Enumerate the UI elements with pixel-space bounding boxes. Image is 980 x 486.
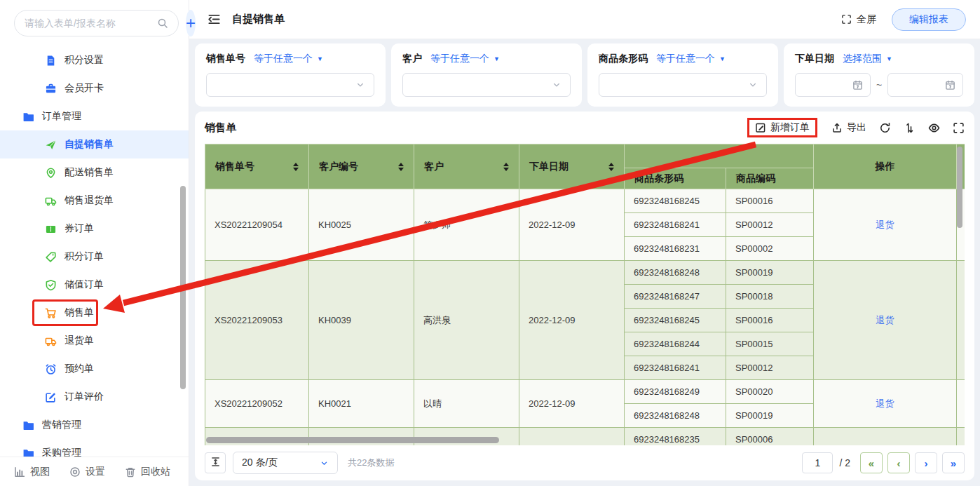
sidebar-item-order-management[interactable]: 订单管理 xyxy=(0,102,189,130)
caret-down-icon: ▼ xyxy=(494,55,500,62)
truck-icon xyxy=(45,335,57,347)
sidebar-item-purchase-management[interactable]: 采购管理 xyxy=(0,439,189,457)
cell-extra xyxy=(957,428,965,446)
folder-icon xyxy=(22,447,34,457)
return-goods-link[interactable]: 退货 xyxy=(876,220,894,230)
sidebar-item-return-order[interactable]: 退货单 xyxy=(0,327,189,355)
folder-icon xyxy=(22,419,34,431)
cell-order-no: XS20221209052 xyxy=(205,380,309,428)
table-row: XS20221209054KH0025简夕师2022-12-0969232481… xyxy=(205,189,965,213)
add-order-button[interactable]: 新增订单 xyxy=(755,121,810,134)
prev-page-button[interactable]: ‹ xyxy=(887,452,910,473)
column-header-barcode[interactable]: 商品条形码 xyxy=(625,168,726,189)
filter-select-product-barcode[interactable] xyxy=(599,73,767,97)
return-goods-link[interactable]: 退货 xyxy=(876,315,894,325)
expand-rows-button[interactable] xyxy=(205,452,226,473)
column-header-order-date[interactable]: 下单日期 xyxy=(519,144,625,189)
sidebar-item-delivery-sales[interactable]: 配送销售单 xyxy=(0,158,189,187)
filter-card-sales-order-no: 销售单号等于任意一个 ▼ xyxy=(195,43,386,107)
footer-item-settings[interactable]: 设置 xyxy=(69,466,105,478)
sidebar-item-stored-value-order[interactable]: 储值订单 xyxy=(0,271,189,299)
filter-operator[interactable]: 等于任意一个 ▼ xyxy=(656,53,726,65)
date-end-input[interactable] xyxy=(887,73,963,97)
sidebar-item-label: 积分设置 xyxy=(64,54,104,67)
table-fullscreen-icon[interactable] xyxy=(953,122,965,134)
sidebar-item-sales-order[interactable]: 销售单 xyxy=(0,299,189,327)
fullscreen-button[interactable]: 全屏 xyxy=(841,13,876,26)
table-horizontal-scrollbar[interactable] xyxy=(206,437,499,443)
filter-label: 下单日期 xyxy=(795,53,834,65)
edit-square-icon xyxy=(755,122,766,133)
table-title: 销售单 xyxy=(205,121,236,135)
column-header-customer-no[interactable]: 客户编号 xyxy=(309,144,414,189)
sidebar-item-sales-return[interactable]: 销售退货单 xyxy=(0,187,189,215)
return-goods-link[interactable]: 退货 xyxy=(876,398,894,409)
footer-item-label: 回收站 xyxy=(141,466,170,478)
footer-item-recycle-bin[interactable]: 回收站 xyxy=(125,466,170,478)
column-header-order-no[interactable]: 销售单号 xyxy=(205,144,309,189)
bar-chart-icon xyxy=(14,466,25,478)
filter-operator[interactable]: 等于任意一个 ▼ xyxy=(430,53,500,65)
search-input[interactable] xyxy=(25,18,151,29)
filter-operator[interactable]: 选择范围 ▼ xyxy=(843,53,892,65)
pagination-bar: 20 条/页 共22条数据 1 / 2 « ‹ › » xyxy=(205,445,965,480)
sidebar-item-marketing-management[interactable]: 营销管理 xyxy=(0,411,189,439)
sort-icon[interactable] xyxy=(904,122,916,134)
filter-select-sales-order-no[interactable] xyxy=(206,73,374,97)
next-page-button[interactable]: › xyxy=(915,452,937,473)
chevron-down-icon xyxy=(320,459,329,468)
collapse-sidebar-icon[interactable] xyxy=(207,13,221,26)
cell-extra xyxy=(957,261,965,380)
last-page-button[interactable]: » xyxy=(942,452,965,473)
page-number-input[interactable]: 1 xyxy=(802,452,833,473)
expand-icon xyxy=(210,457,221,469)
sidebar-item-self-pickup-sales[interactable]: 自提销售单 xyxy=(0,130,189,158)
search-icon xyxy=(157,18,168,29)
footer-item-views[interactable]: 视图 xyxy=(14,466,50,478)
date-separator: ~ xyxy=(876,79,882,90)
column-header-customer[interactable]: 客户 xyxy=(414,144,519,189)
content: 销售单号等于任意一个 ▼客户等于任意一个 ▼商品条形码等于任意一个 ▼下单日期选… xyxy=(189,39,980,486)
cell-barcode: 6923248168241 xyxy=(625,213,726,237)
eye-icon[interactable] xyxy=(928,122,940,134)
filter-card-product-barcode: 商品条形码等于任意一个 ▼ xyxy=(587,43,778,107)
cell-product-code: SP00020 xyxy=(726,380,814,404)
topbar-right: 全屏 编辑报表 xyxy=(841,8,966,31)
location-pin-icon xyxy=(45,167,57,179)
document-icon xyxy=(45,55,57,67)
sort-arrows-icon[interactable] xyxy=(394,163,404,171)
table-vertical-scrollbar[interactable] xyxy=(957,147,962,228)
cell-customer-no: KH0039 xyxy=(309,261,414,380)
filter-operator[interactable]: 等于任意一个 ▼ xyxy=(254,53,323,65)
sidebar-scrollbar[interactable] xyxy=(180,186,186,389)
sidebar-item-coupon-order[interactable]: 券订单 xyxy=(0,215,189,243)
sidebar-item-reservation-order[interactable]: 预约单 xyxy=(0,355,189,383)
cell-barcode: 6923248168235 xyxy=(625,428,726,446)
sidebar-item-member-card[interactable]: 会员开卡 xyxy=(0,74,189,102)
sidebar-item-points-settings[interactable]: 积分设置 xyxy=(0,46,189,74)
cell-product-code: SP00019 xyxy=(726,404,814,428)
refresh-icon[interactable] xyxy=(879,122,891,134)
sidebar-item-order-review[interactable]: 订单评价 xyxy=(0,383,189,411)
calendar-icon xyxy=(852,80,863,90)
sidebar-item-points-order[interactable]: 积分订单 xyxy=(0,243,189,271)
page-size-select[interactable]: 20 条/页 xyxy=(233,452,338,474)
export-icon xyxy=(831,122,843,133)
sidebar-item-label: 销售单 xyxy=(64,306,94,319)
filter-select-customer[interactable] xyxy=(402,73,571,97)
add-form-button[interactable]: + xyxy=(186,10,196,36)
sort-arrows-icon[interactable] xyxy=(289,163,299,171)
edit-report-button[interactable]: 编辑报表 xyxy=(892,8,966,31)
column-header-product-code[interactable]: 商品编码 xyxy=(726,168,814,189)
footer-item-label: 设置 xyxy=(86,466,105,478)
sort-arrows-icon[interactable] xyxy=(604,163,614,171)
export-button[interactable]: 导出 xyxy=(831,121,866,134)
first-page-button[interactable]: « xyxy=(860,452,883,473)
sidebar-item-label: 积分订单 xyxy=(64,250,104,263)
sidebar-top: + xyxy=(0,0,189,43)
cell-customer-no: KH0025 xyxy=(309,189,414,261)
search-box[interactable] xyxy=(14,10,179,36)
sort-arrows-icon[interactable] xyxy=(499,163,509,171)
date-start-input[interactable] xyxy=(795,73,871,97)
cell-order-date: 2022-12-09 xyxy=(519,380,625,428)
